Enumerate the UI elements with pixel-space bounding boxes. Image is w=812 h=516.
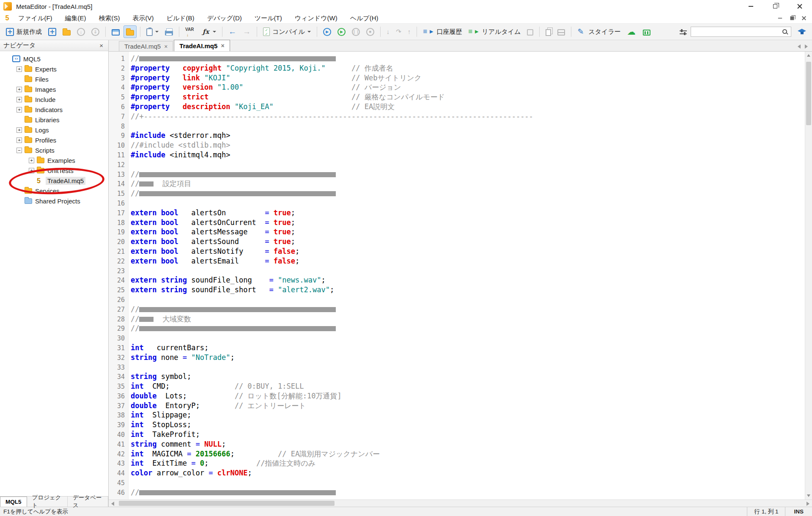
toolbox-panel-icon [126, 30, 134, 36]
folder-icon [25, 66, 32, 72]
close-button[interactable] [787, 0, 812, 13]
bottom-tab-[interactable]: データベース [68, 497, 108, 507]
editor-tab-1[interactable]: TradeAI.mq5× [119, 41, 173, 51]
tree-item-profiles[interactable]: +Profiles [0, 135, 108, 145]
vertical-scroll-thumb[interactable] [806, 62, 811, 125]
mdi-minimize-icon[interactable] [778, 18, 782, 19]
tree-item-include[interactable]: +Include [0, 94, 108, 104]
stop-button[interactable] [364, 25, 377, 38]
code-area[interactable]: 1//2#property copyright "Copyright 2015,… [109, 52, 805, 500]
editor-tab-2[interactable]: TradeAI.mq5× [174, 40, 230, 51]
menu-e[interactable]: 編集(E) [59, 13, 93, 24]
menu-f[interactable]: ファイル(F) [12, 13, 59, 24]
tree-item-experts[interactable]: +Experts [0, 64, 108, 74]
menu-w[interactable]: ウィンドウ(W) [288, 13, 344, 24]
menu-d[interactable]: デバッグ(D) [201, 13, 248, 24]
profile-report-button[interactable] [555, 25, 568, 38]
new-button[interactable]: 新規作成 [3, 25, 44, 38]
forward-button[interactable]: → [240, 25, 253, 38]
search-options-button[interactable] [677, 25, 689, 38]
debug-start-button[interactable] [321, 25, 334, 38]
search-input[interactable] [691, 27, 791, 37]
compile-button[interactable]: コンパイル [261, 25, 313, 38]
step-into-button[interactable]: ↓ [384, 25, 392, 38]
tab-close-icon[interactable]: × [164, 43, 167, 50]
tree-expander-icon[interactable]: + [16, 127, 22, 133]
horizontal-scroll-thumb[interactable] [119, 501, 335, 506]
vertical-scrollbar[interactable] [805, 52, 812, 500]
minimize-button[interactable] [738, 0, 763, 13]
tree-expander-icon[interactable]: − [16, 148, 22, 153]
toolbox-toggle-button[interactable] [123, 25, 137, 38]
code-line-36: 36double Lots; // ロット数[分解能:10万通貨] [109, 391, 805, 401]
variables-button[interactable] [183, 25, 198, 38]
scroll-up-icon[interactable] [807, 54, 810, 57]
tree-item-files[interactable]: Files [0, 74, 108, 84]
mdi-restore-icon[interactable] [790, 16, 794, 20]
copy-profile-button[interactable] [543, 25, 554, 38]
mdi-close-icon[interactable] [802, 16, 806, 20]
storage-button[interactable] [625, 25, 639, 38]
tree-expander-icon[interactable]: + [16, 137, 22, 143]
horizontal-scrollbar[interactable] [109, 500, 812, 507]
step-out-button[interactable]: ↑ [405, 25, 414, 38]
menu-v[interactable]: 表示(V) [126, 13, 160, 24]
tree-expander-spacer [16, 188, 22, 194]
tree-expander-icon[interactable]: + [29, 158, 34, 163]
tree-item-logs[interactable]: +Logs [0, 125, 108, 135]
line-number: 6 [109, 102, 125, 112]
tree-expander-icon[interactable]: + [16, 66, 22, 72]
tree-item-tradeai-mq5[interactable]: TradeAI.mq5 [0, 176, 108, 186]
tree-expander-icon[interactable]: + [16, 107, 22, 113]
menu-t[interactable]: ツール(T) [248, 13, 288, 24]
run-button[interactable] [335, 25, 348, 38]
scroll-right-icon[interactable] [807, 502, 809, 506]
code-line-33: 33 [109, 362, 805, 372]
navigator-toggle-button[interactable] [109, 25, 122, 38]
tab-close-icon[interactable]: × [221, 42, 224, 49]
scroll-left-icon[interactable] [111, 502, 114, 506]
tree-item-shared-projects[interactable]: Shared Projects [0, 196, 108, 206]
code-line-2: 2#property copyright "Copyright 2015, Ko… [109, 63, 805, 73]
tree-expander-icon[interactable]: + [29, 168, 34, 173]
tree-item-unittests[interactable]: +UnitTests [0, 165, 108, 176]
pause-button[interactable] [349, 25, 362, 38]
restore-button[interactable] [763, 0, 787, 13]
step-over-button[interactable]: ↷ [393, 25, 404, 38]
tree-expander-icon[interactable]: + [16, 97, 22, 102]
menu-s[interactable]: 検索(S) [93, 13, 126, 24]
search-icon[interactable] [782, 29, 787, 34]
bottom-tab-mql5[interactable]: MQL5 [0, 497, 27, 507]
function-list-button[interactable] [199, 25, 219, 38]
tree-item-scripts[interactable]: −Scripts [0, 145, 108, 155]
tab-scroll-right-icon[interactable] [805, 44, 808, 49]
new-window-button[interactable] [46, 25, 59, 38]
code-line-11: 11#include <initmql4.mqh> [109, 150, 805, 160]
tree-item-mql5[interactable]: MQL5 [0, 54, 108, 64]
tree-item-indicators[interactable]: +Indicators [0, 104, 108, 115]
print-button[interactable] [162, 25, 176, 38]
tab-scroll-left-icon[interactable] [798, 44, 801, 49]
menu-h[interactable]: ヘルプ(H) [344, 13, 385, 24]
scroll-down-icon[interactable] [807, 494, 810, 497]
tree-expander-icon[interactable]: + [16, 87, 22, 92]
tree-item-services[interactable]: Services [0, 186, 108, 196]
open-folder-button[interactable] [60, 25, 73, 38]
navigator-close-icon[interactable]: × [98, 42, 105, 49]
menu-b[interactable]: ビルド(B) [160, 13, 201, 24]
main-area: ナビゲータ × MQL5+ExpertsFiles+Images+Include… [0, 40, 812, 507]
stop-stream-button[interactable] [524, 25, 536, 38]
realtime-button[interactable]: リアルタイム [466, 25, 523, 38]
market-button[interactable] [640, 25, 653, 38]
styler-button[interactable]: スタイラー [575, 25, 623, 38]
back-button[interactable]: ← [226, 25, 239, 38]
help-education-button[interactable] [793, 25, 809, 38]
bottom-tab-[interactable]: プロジェクト [27, 497, 68, 507]
tree-item-examples[interactable]: +Examples [0, 155, 108, 165]
paste-snippet-button[interactable] [144, 25, 161, 38]
tree-item-images[interactable]: +Images [0, 84, 108, 94]
tree-item-libraries[interactable]: Libraries [0, 115, 108, 125]
download-button[interactable] [74, 25, 88, 38]
account-history-button[interactable]: 口座履歴 [420, 25, 464, 38]
download-all-button[interactable] [89, 25, 102, 38]
